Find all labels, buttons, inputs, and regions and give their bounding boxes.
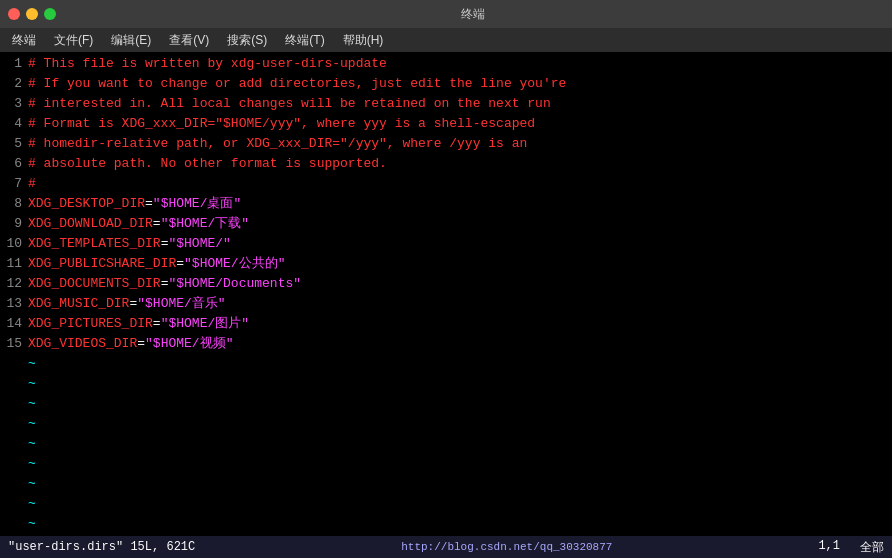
code-equals: = xyxy=(153,216,161,231)
line-number: 12 xyxy=(0,274,28,294)
line-number: 2 xyxy=(0,74,28,94)
line-content: XDG_DOWNLOAD_DIR="$HOME/下载" xyxy=(28,214,892,234)
code-segment: # interested in. All local changes will … xyxy=(28,96,551,111)
tilde-content: ~ xyxy=(28,354,892,374)
code-key: XDG_PUBLICSHARE_DIR xyxy=(28,256,176,271)
menubar-item[interactable]: 终端(T) xyxy=(277,30,332,51)
line-content: # absolute path. No other format is supp… xyxy=(28,154,892,174)
code-line: 15XDG_VIDEOS_DIR="$HOME/视频" xyxy=(0,334,892,354)
tilde-line: ~ xyxy=(0,354,892,374)
line-number: 11 xyxy=(0,254,28,274)
code-line: 6# absolute path. No other format is sup… xyxy=(0,154,892,174)
tilde-content: ~ xyxy=(28,414,892,434)
menubar-item[interactable]: 编辑(E) xyxy=(103,30,159,51)
line-number-empty xyxy=(0,354,28,374)
code-equals: = xyxy=(176,256,184,271)
code-line: 9XDG_DOWNLOAD_DIR="$HOME/下载" xyxy=(0,214,892,234)
line-number-empty xyxy=(0,394,28,414)
line-number-empty xyxy=(0,514,28,534)
line-content: # homedir-relative path, or XDG_xxx_DIR=… xyxy=(28,134,892,154)
code-key: XDG_MUSIC_DIR xyxy=(28,296,129,311)
code-value: "$HOME/图片" xyxy=(161,316,249,331)
line-content: XDG_MUSIC_DIR="$HOME/音乐" xyxy=(28,294,892,314)
line-number: 3 xyxy=(0,94,28,114)
tilde-content: ~ xyxy=(28,514,892,534)
menubar-item[interactable]: 文件(F) xyxy=(46,30,101,51)
code-value: "$HOME/下载" xyxy=(161,216,249,231)
menubar-item[interactable]: 帮助(H) xyxy=(335,30,392,51)
code-segment: # If you want to change or add directori… xyxy=(28,76,566,91)
line-content: # Format is XDG_xxx_DIR="$HOME/yyy", whe… xyxy=(28,114,892,134)
code-line: 2# If you want to change or add director… xyxy=(0,74,892,94)
line-number-empty xyxy=(0,374,28,394)
code-line: 14XDG_PICTURES_DIR="$HOME/图片" xyxy=(0,314,892,334)
line-number-empty xyxy=(0,434,28,454)
line-content: # interested in. All local changes will … xyxy=(28,94,892,114)
tilde-line: ~ xyxy=(0,394,892,414)
code-segment: # xyxy=(28,176,36,191)
code-line: 1# This file is written by xdg-user-dirs… xyxy=(0,54,892,74)
code-line: 12XDG_DOCUMENTS_DIR="$HOME/Documents" xyxy=(0,274,892,294)
tilde-content: ~ xyxy=(28,454,892,474)
line-content: XDG_TEMPLATES_DIR="$HOME/" xyxy=(28,234,892,254)
menubar-item[interactable]: 终端 xyxy=(4,30,44,51)
maximize-button[interactable] xyxy=(44,8,56,20)
view-mode: 全部 xyxy=(860,539,884,556)
code-value: "$HOME/Documents" xyxy=(168,276,301,291)
code-key: XDG_PICTURES_DIR xyxy=(28,316,153,331)
code-line: 4# Format is XDG_xxx_DIR="$HOME/yyy", wh… xyxy=(0,114,892,134)
code-line: 7# xyxy=(0,174,892,194)
code-line: 8XDG_DESKTOP_DIR="$HOME/桌面" xyxy=(0,194,892,214)
tilde-line: ~ xyxy=(0,514,892,534)
line-number: 13 xyxy=(0,294,28,314)
window-title: 终端 xyxy=(62,6,884,23)
status-position: 1,1 全部 xyxy=(818,539,884,556)
tilde-content: ~ xyxy=(28,434,892,454)
code-equals: = xyxy=(145,196,153,211)
line-number: 8 xyxy=(0,194,28,214)
tilde-content: ~ xyxy=(28,394,892,414)
code-equals: = xyxy=(137,336,145,351)
line-number: 7 xyxy=(0,174,28,194)
code-value: "$HOME/桌面" xyxy=(153,196,241,211)
cursor-position: 1,1 xyxy=(818,539,840,556)
menubar: 终端文件(F)编辑(E)查看(V)搜索(S)终端(T)帮助(H) xyxy=(0,28,892,52)
code-line: 5# homedir-relative path, or XDG_xxx_DIR… xyxy=(0,134,892,154)
line-content: # xyxy=(28,174,892,194)
titlebar: 终端 xyxy=(0,0,892,28)
menubar-item[interactable]: 查看(V) xyxy=(161,30,217,51)
code-segment: # Format is XDG_xxx_DIR="$HOME/yyy", whe… xyxy=(28,116,535,131)
line-number: 6 xyxy=(0,154,28,174)
code-value: "$HOME/" xyxy=(168,236,230,251)
code-equals: = xyxy=(153,316,161,331)
line-number-empty xyxy=(0,414,28,434)
code-key: XDG_DESKTOP_DIR xyxy=(28,196,145,211)
line-content: # If you want to change or add directori… xyxy=(28,74,892,94)
tilde-content: ~ xyxy=(28,374,892,394)
editor: 1# This file is written by xdg-user-dirs… xyxy=(0,52,892,536)
tilde-line: ~ xyxy=(0,494,892,514)
code-line: 11XDG_PUBLICSHARE_DIR="$HOME/公共的" xyxy=(0,254,892,274)
tilde-line: ~ xyxy=(0,474,892,494)
tilde-content: ~ xyxy=(28,474,892,494)
line-content: XDG_DESKTOP_DIR="$HOME/桌面" xyxy=(28,194,892,214)
code-value: "$HOME/视频" xyxy=(145,336,233,351)
line-content: XDG_VIDEOS_DIR="$HOME/视频" xyxy=(28,334,892,354)
minimize-button[interactable] xyxy=(26,8,38,20)
code-line: 13XDG_MUSIC_DIR="$HOME/音乐" xyxy=(0,294,892,314)
line-number: 1 xyxy=(0,54,28,74)
code-value: "$HOME/公共的" xyxy=(184,256,285,271)
status-url: http://blog.csdn.net/qq_30320877 xyxy=(401,541,612,553)
code-line: 10XDG_TEMPLATES_DIR="$HOME/" xyxy=(0,234,892,254)
line-content: # This file is written by xdg-user-dirs-… xyxy=(28,54,892,74)
line-number: 10 xyxy=(0,234,28,254)
line-number: 4 xyxy=(0,114,28,134)
menubar-item[interactable]: 搜索(S) xyxy=(219,30,275,51)
code-key: XDG_DOWNLOAD_DIR xyxy=(28,216,153,231)
line-number: 9 xyxy=(0,214,28,234)
line-number: 15 xyxy=(0,334,28,354)
close-button[interactable] xyxy=(8,8,20,20)
line-content: XDG_PICTURES_DIR="$HOME/图片" xyxy=(28,314,892,334)
line-number: 5 xyxy=(0,134,28,154)
tilde-line: ~ xyxy=(0,454,892,474)
